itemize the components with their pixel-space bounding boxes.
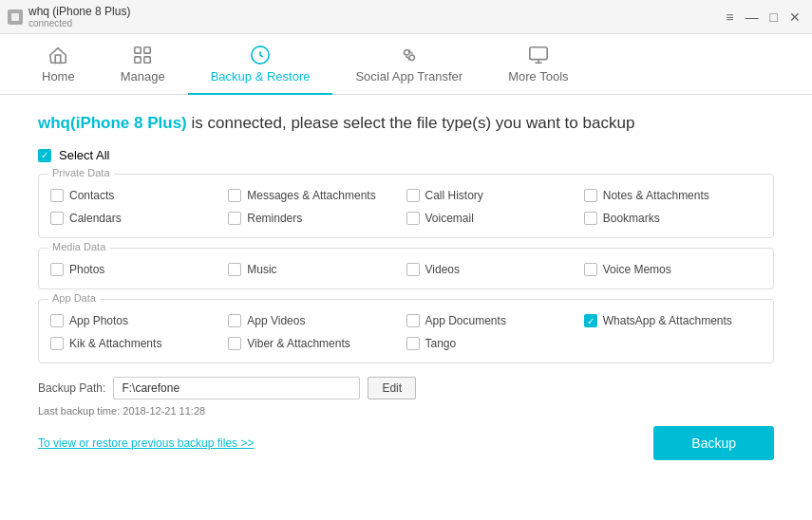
- checkbox-messages[interactable]: Messages & Attachments: [228, 186, 406, 205]
- edit-button[interactable]: Edit: [368, 377, 416, 399]
- svg-rect-7: [530, 47, 547, 60]
- checkbox-notes[interactable]: Notes & Attachments: [584, 186, 762, 205]
- select-all-row[interactable]: Select All: [38, 148, 774, 162]
- app-photos-label: App Photos: [69, 314, 128, 327]
- bookmarks-checkbox[interactable]: [584, 212, 597, 225]
- tango-checkbox[interactable]: [406, 337, 420, 350]
- viber-checkbox[interactable]: [228, 337, 241, 350]
- nav-social-label: Social App Transfer: [355, 69, 463, 84]
- videos-label: Videos: [425, 263, 460, 276]
- checkbox-voicemail[interactable]: Voicemail: [406, 209, 584, 228]
- backup-path-input[interactable]: [113, 377, 360, 399]
- nav-backup-restore[interactable]: Backup & Restore: [188, 37, 333, 95]
- close-button[interactable]: ✕: [785, 8, 804, 27]
- music-checkbox[interactable]: [228, 263, 241, 276]
- nav-manage-label: Manage: [121, 69, 165, 84]
- checkbox-app-videos[interactable]: App Videos: [228, 311, 406, 330]
- app-videos-checkbox[interactable]: [228, 314, 241, 327]
- checkbox-app-documents[interactable]: App Documents: [406, 311, 584, 330]
- checkbox-tango[interactable]: Tango: [406, 334, 584, 353]
- menu-icon[interactable]: ≡: [722, 8, 737, 27]
- checkbox-music[interactable]: Music: [228, 260, 406, 279]
- nav-social-app[interactable]: Social App Transfer: [332, 37, 485, 95]
- app-documents-label: App Documents: [425, 314, 506, 327]
- kik-label: Kik & Attachments: [69, 337, 161, 350]
- contacts-label: Contacts: [69, 189, 114, 202]
- backup-button[interactable]: Backup: [653, 426, 774, 460]
- app-videos-label: App Videos: [247, 314, 305, 327]
- nav-home-label: Home: [42, 69, 75, 84]
- tools-icon: [528, 45, 549, 65]
- headline-text: is connected, please select the file typ…: [187, 114, 635, 132]
- videos-checkbox[interactable]: [406, 263, 420, 276]
- voicemail-label: Voicemail: [425, 212, 474, 225]
- kik-checkbox[interactable]: [50, 337, 64, 350]
- title-bar-device: whq (iPhone 8 Plus) connected: [28, 5, 130, 28]
- svg-rect-4: [144, 57, 150, 63]
- social-icon: [399, 45, 420, 65]
- whatsapp-label: WhatsApp & Attachments: [603, 314, 732, 327]
- checkbox-bookmarks[interactable]: Bookmarks: [584, 209, 762, 228]
- minimize-button[interactable]: —: [742, 8, 763, 27]
- photos-checkbox[interactable]: [50, 263, 64, 276]
- private-data-grid: Contacts Messages & Attachments Call His…: [50, 186, 762, 228]
- nav-manage[interactable]: Manage: [98, 37, 188, 95]
- private-data-label: Private Data: [48, 167, 114, 178]
- app-photos-checkbox[interactable]: [50, 314, 64, 327]
- voicemail-checkbox[interactable]: [406, 212, 420, 225]
- viber-label: Viber & Attachments: [247, 337, 350, 350]
- app-documents-checkbox[interactable]: [406, 314, 420, 327]
- messages-label: Messages & Attachments: [247, 189, 375, 202]
- contacts-checkbox[interactable]: [50, 189, 64, 202]
- app-data-section: App Data App Photos App Videos App Docum…: [38, 299, 774, 363]
- device-name-highlight: whq(iPhone 8 Plus): [38, 114, 187, 132]
- checkbox-reminders[interactable]: Reminders: [228, 209, 406, 228]
- footer-row: To view or restore previous backup files…: [38, 426, 774, 460]
- svg-rect-0: [11, 13, 19, 21]
- nav-more-tools[interactable]: More Tools: [485, 37, 591, 95]
- notes-label: Notes & Attachments: [603, 189, 709, 202]
- nav-more-tools-label: More Tools: [508, 69, 568, 84]
- checkbox-call-history[interactable]: Call History: [406, 186, 584, 205]
- svg-point-5: [404, 50, 409, 56]
- backup-path-row: Backup Path: Edit: [38, 377, 774, 399]
- checkbox-photos[interactable]: Photos: [50, 260, 228, 279]
- checkbox-videos[interactable]: Videos: [406, 260, 584, 279]
- checkbox-calendars[interactable]: Calendars: [50, 209, 228, 228]
- media-data-grid: Photos Music Videos Voice Memos: [50, 260, 762, 279]
- checkbox-voice-memos[interactable]: Voice Memos: [584, 260, 762, 279]
- whatsapp-checkbox[interactable]: [584, 314, 597, 327]
- checkbox-kik[interactable]: Kik & Attachments: [50, 334, 228, 353]
- backup-icon: [250, 45, 271, 65]
- app-data-grid: App Photos App Videos App Documents What…: [50, 311, 762, 353]
- svg-point-6: [409, 55, 415, 61]
- headline: whq(iPhone 8 Plus) is connected, please …: [38, 114, 774, 133]
- select-all-checkbox[interactable]: [38, 149, 51, 162]
- notes-checkbox[interactable]: [584, 189, 597, 202]
- reminders-checkbox[interactable]: [228, 212, 241, 225]
- select-all-label: Select All: [59, 148, 109, 162]
- call-history-label: Call History: [425, 189, 483, 202]
- checkbox-whatsapp[interactable]: WhatsApp & Attachments: [584, 311, 762, 330]
- calendars-checkbox[interactable]: [50, 212, 64, 225]
- svg-rect-1: [135, 47, 141, 53]
- window-controls[interactable]: ≡ — □ ✕: [722, 8, 804, 27]
- checkbox-contacts[interactable]: Contacts: [50, 186, 228, 205]
- svg-rect-2: [144, 47, 150, 53]
- checkbox-viber[interactable]: Viber & Attachments: [228, 334, 406, 353]
- manage-icon: [132, 45, 153, 65]
- nav-home[interactable]: Home: [19, 37, 98, 95]
- app-data-label: App Data: [48, 292, 100, 304]
- media-data-section: Media Data Photos Music Videos Voice Mem…: [38, 248, 774, 289]
- call-history-checkbox[interactable]: [406, 189, 420, 202]
- checkbox-app-photos[interactable]: App Photos: [50, 311, 228, 330]
- backup-path-label: Backup Path:: [38, 381, 105, 395]
- reminders-label: Reminders: [247, 212, 302, 225]
- voice-memos-checkbox[interactable]: [584, 263, 597, 276]
- voice-memos-label: Voice Memos: [603, 263, 671, 276]
- messages-checkbox[interactable]: [228, 189, 241, 202]
- restore-link[interactable]: To view or restore previous backup files…: [38, 436, 254, 450]
- maximize-button[interactable]: □: [766, 8, 782, 27]
- photos-label: Photos: [69, 263, 104, 276]
- tango-label: Tango: [425, 337, 457, 350]
